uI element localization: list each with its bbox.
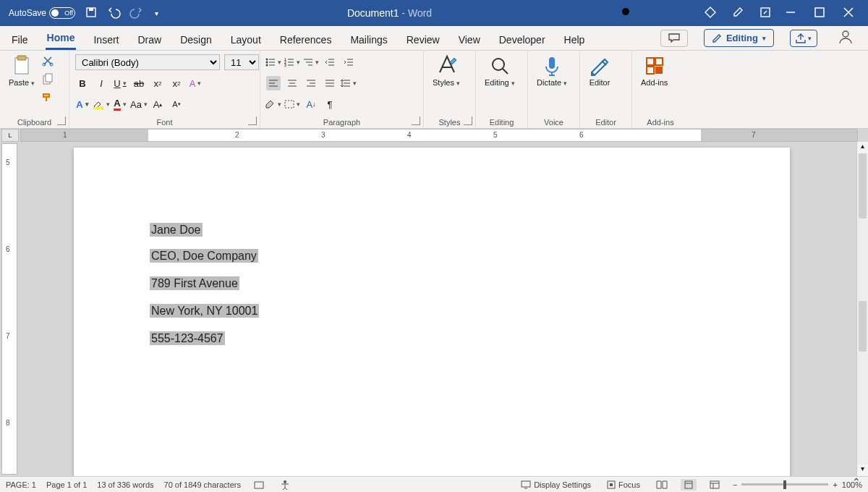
sort-icon[interactable]: A↓ <box>304 97 318 111</box>
scroll-up-icon[interactable]: ▴ <box>857 142 868 153</box>
status-page-short[interactable]: PAGE: 1 <box>6 480 36 489</box>
brush-icon[interactable] <box>732 7 744 20</box>
format-painter-icon[interactable] <box>42 91 54 105</box>
zoom-slider[interactable] <box>741 483 828 485</box>
borders-icon[interactable] <box>285 97 299 111</box>
doc-line[interactable]: CEO, Doe Company <box>150 249 258 263</box>
multilevel-icon[interactable] <box>304 55 318 69</box>
diamond-icon[interactable] <box>705 7 716 20</box>
tab-review[interactable]: Review <box>405 30 441 50</box>
tab-mailings[interactable]: Mailings <box>349 30 388 50</box>
increase-indent-icon[interactable] <box>341 55 356 69</box>
addins-button[interactable]: Add-ins <box>638 54 671 88</box>
doc-line[interactable]: 789 First Avenue <box>150 276 239 290</box>
doc-line[interactable]: 555-123-4567 <box>150 331 225 345</box>
font-launcher[interactable] <box>248 116 257 125</box>
editing-mode-button[interactable]: Editing▾ <box>704 29 774 47</box>
paste-button[interactable]: Paste <box>6 54 38 88</box>
web-layout-icon[interactable] <box>707 480 723 489</box>
vertical-scrollbar[interactable]: ▴ ▾ <box>856 142 868 476</box>
line-spacing-icon[interactable] <box>341 76 356 90</box>
save-icon[interactable] <box>85 7 97 20</box>
ruler-corner[interactable]: L <box>1 129 19 142</box>
zoom-in-icon[interactable]: + <box>833 480 837 489</box>
bold-icon[interactable]: B <box>75 76 90 90</box>
undo-icon[interactable] <box>107 7 122 20</box>
text-effects-icon[interactable]: A <box>75 97 90 111</box>
superscript-icon[interactable]: x2 <box>169 76 184 90</box>
justify-icon[interactable] <box>323 76 337 90</box>
accessibility-icon[interactable] <box>277 480 293 490</box>
autosave-toggle[interactable]: AutoSave Off <box>9 7 75 19</box>
status-page-long[interactable]: Page 1 of 1 <box>46 480 87 489</box>
tab-insert[interactable]: Insert <box>92 30 120 50</box>
show-marks-icon[interactable]: ¶ <box>323 97 337 111</box>
underline-icon[interactable]: U <box>113 76 127 90</box>
font-size-select[interactable]: 11 <box>224 54 259 70</box>
scroll-thumb[interactable] <box>859 153 867 219</box>
strikethrough-icon[interactable]: ab <box>132 76 146 90</box>
numbered-icon[interactable]: 123 <box>285 55 299 69</box>
tab-view[interactable]: View <box>457 30 482 50</box>
tab-file[interactable]: File <box>10 30 30 50</box>
zoom-control[interactable]: − + 100% <box>733 480 862 489</box>
clear-format-icon[interactable]: A <box>188 76 203 90</box>
change-case-icon[interactable]: Aa <box>132 97 146 111</box>
tab-design[interactable]: Design <box>179 30 213 50</box>
italic-icon[interactable]: I <box>94 76 109 90</box>
doc-line[interactable]: Jane Doe <box>150 223 203 237</box>
horizontal-ruler[interactable]: 1 2 3 4 5 6 7 <box>20 129 858 142</box>
scroll-down-icon[interactable]: ▾ <box>857 465 868 476</box>
status-chars[interactable]: 70 of 1849 characters <box>164 480 241 489</box>
comments-button[interactable] <box>660 30 688 47</box>
align-center-icon[interactable] <box>285 76 299 90</box>
ribbon-display-icon[interactable] <box>760 7 771 20</box>
close-icon[interactable] <box>843 7 854 20</box>
minimize-icon[interactable] <box>786 7 796 20</box>
tab-layout[interactable]: Layout <box>229 30 263 50</box>
font-color-icon[interactable]: A <box>113 97 127 111</box>
dictate-button[interactable]: Dictate <box>534 54 570 88</box>
styles-button[interactable]: Styles <box>430 54 463 88</box>
document-area[interactable]: Jane Doe CEO, Doe Company 789 First Aven… <box>19 142 868 476</box>
redo-icon[interactable] <box>132 7 145 20</box>
font-name-select[interactable]: Calibri (Body) <box>75 54 220 70</box>
grow-font-icon[interactable]: A▴ <box>150 97 165 111</box>
scroll-thumb-2[interactable] <box>859 301 867 352</box>
copy-icon[interactable] <box>42 73 54 87</box>
editor-button[interactable]: Editor <box>586 54 613 88</box>
tab-home[interactable]: Home <box>46 27 77 50</box>
tab-developer[interactable]: Developer <box>498 30 547 50</box>
clipboard-launcher[interactable] <box>57 116 66 125</box>
tab-references[interactable]: References <box>278 30 333 50</box>
shrink-font-icon[interactable]: A▾ <box>169 97 184 111</box>
print-layout-icon[interactable] <box>681 479 697 491</box>
decrease-indent-icon[interactable] <box>323 55 337 69</box>
document-page[interactable]: Jane Doe CEO, Doe Company 789 First Aven… <box>74 148 790 476</box>
align-left-icon[interactable] <box>266 76 281 90</box>
display-settings-button[interactable]: Display Settings <box>518 480 594 489</box>
tab-help[interactable]: Help <box>563 30 587 50</box>
share-button[interactable]: ▾ <box>790 30 817 47</box>
subscript-icon[interactable]: x2 <box>150 76 165 90</box>
status-words[interactable]: 13 of 336 words <box>97 480 153 489</box>
align-right-icon[interactable] <box>304 76 318 90</box>
account-icon[interactable] <box>838 29 854 47</box>
bullets-icon[interactable] <box>266 55 281 69</box>
vertical-ruler[interactable]: 5 6 7 8 <box>1 143 17 475</box>
read-mode-icon[interactable] <box>653 480 671 489</box>
cut-icon[interactable] <box>42 55 54 69</box>
tab-draw[interactable]: Draw <box>136 30 163 50</box>
language-icon[interactable] <box>251 480 267 490</box>
highlight-icon[interactable] <box>94 97 109 111</box>
autosave-switch[interactable]: Off <box>49 7 75 19</box>
shading-icon[interactable] <box>266 97 281 111</box>
collapse-ribbon-icon[interactable]: ⌃ <box>852 476 861 488</box>
maximize-icon[interactable] <box>814 7 825 20</box>
styles-launcher[interactable] <box>464 116 472 125</box>
zoom-out-icon[interactable]: − <box>733 480 737 489</box>
focus-button[interactable]: Focus <box>604 480 643 489</box>
editing-button[interactable]: Editing <box>482 54 518 88</box>
paragraph-launcher[interactable] <box>412 116 420 125</box>
doc-line[interactable]: New York, NY 10001 <box>150 304 259 318</box>
